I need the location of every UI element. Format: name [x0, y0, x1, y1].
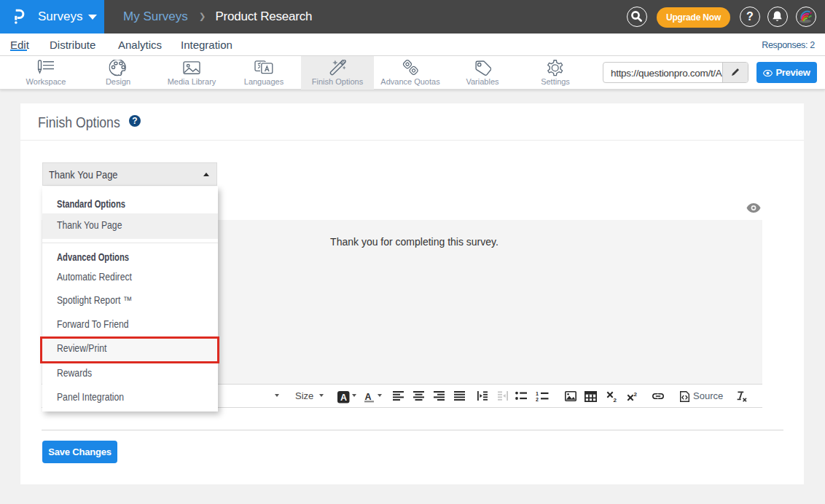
- svg-text:2: 2: [536, 397, 539, 401]
- svg-text:2: 2: [614, 397, 617, 402]
- svg-text:A: A: [340, 393, 347, 403]
- svg-text:1: 1: [536, 391, 539, 396]
- svg-text:A: A: [365, 392, 372, 402]
- svg-text:2: 2: [634, 391, 638, 398]
